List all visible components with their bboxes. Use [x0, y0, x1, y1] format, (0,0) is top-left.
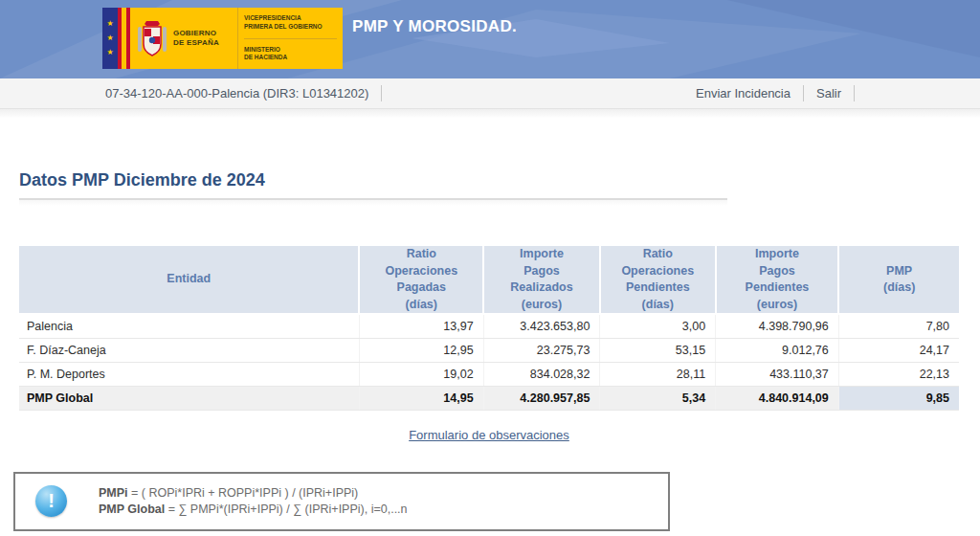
cell-ratio-pendientes: 3,00 — [600, 314, 716, 338]
cell-pmp: 24,17 — [838, 338, 959, 362]
column-header-ratio-operaciones-pagadas: Ratio Operaciones Pagadas (días) — [359, 246, 483, 314]
column-header-entidad: Entidad — [19, 246, 359, 314]
gobierno-espana-logo: ★ ★ ★ GOBIERNO DE ESPAÑA VICEPRESIDENCIA… — [102, 8, 343, 69]
table-row: Palencia 13,97 3.423.653,80 3,00 4.398.7… — [19, 314, 959, 338]
gobierno-espana-label: GOBIERNO DE ESPAÑA — [173, 29, 219, 48]
cell-pmp-total: 9,85 — [838, 386, 959, 410]
formula-term: PMPi — [99, 486, 128, 500]
toolbar-divider — [803, 85, 804, 101]
cell-pmp: 22,13 — [838, 362, 959, 386]
toolbar-divider — [854, 85, 855, 101]
salir-link[interactable]: Salir — [816, 86, 841, 100]
formula-line-pmpi: PMPi = ( ROPi*IPRi + ROPPi*IPPi ) / (IPR… — [99, 485, 408, 501]
eu-star-icon: ★ — [106, 34, 113, 42]
formulario-observaciones-link[interactable]: Formulario de observaciones — [409, 428, 569, 442]
title-divider — [19, 198, 727, 206]
formula-line-pmp-global: PMP Global = ∑ PMPi*(IPRi+IPPi) / ∑ (IPR… — [99, 502, 408, 517]
cell-ratio-pendientes-total: 5,34 — [600, 386, 716, 410]
table-row: F. Díaz-Caneja 12,95 23.275,73 53,15 9.0… — [19, 338, 959, 362]
column-header-pmp-dias: PMP (días) — [838, 246, 959, 314]
cell-ratio-pagadas: 13,97 — [359, 314, 483, 338]
cell-importe-realizados: 834.028,32 — [483, 362, 600, 386]
table-row: P. M. Deportes 19,02 834.028,32 28,11 43… — [19, 362, 959, 386]
app-header: ★ ★ ★ GOBIERNO DE ESPAÑA VICEPRESIDENCIA… — [0, 0, 980, 78]
spain-flag-stripes — [118, 8, 130, 69]
cell-ratio-pagadas: 12,95 — [359, 338, 483, 362]
cell-importe-realizados-total: 4.280.957,85 — [483, 386, 600, 410]
eu-star-icon: ★ — [106, 20, 113, 28]
cell-importe-pendientes: 4.398.790,96 — [716, 314, 839, 338]
observations-link-row: Formulario de observaciones — [19, 426, 959, 443]
formula-text: PMPi = ( ROPi*IPRi + ROPPi*IPPi ) / (IPR… — [99, 485, 408, 517]
column-header-importe-pagos-pendientes: Importe Pagos Pendientes (euros) — [716, 246, 839, 314]
logo-main-block: GOBIERNO DE ESPAÑA — [130, 8, 237, 69]
formula-term: PMP Global — [99, 502, 165, 516]
toolbar: 07-34-120-AA-000-Palencia (DIR3: L013412… — [0, 78, 980, 109]
pmp-table-container: Entidad Ratio Operaciones Pagadas (días)… — [19, 246, 959, 411]
cell-pmp: 7,80 — [838, 314, 959, 338]
table-total-row: PMP Global 14,95 4.280.957,85 5,34 4.840… — [19, 386, 959, 410]
cell-entidad: Palencia — [19, 314, 359, 338]
ministerio-hacienda-label: MINISTERIO DE HACIENDA — [244, 39, 337, 63]
cell-importe-realizados: 3.423.653,80 — [483, 314, 600, 338]
cell-importe-pendientes-total: 4.840.914,09 — [716, 386, 839, 410]
app-title: PMP Y MOROSIDAD. — [352, 17, 517, 36]
formula-info-box: ! PMPi = ( ROPi*IPRi + ROPPi*IPPi ) / (I… — [13, 472, 670, 531]
formula-definition: = ( ROPi*IPRi + ROPPi*IPPi ) / (IPRi+IPP… — [128, 486, 359, 500]
cell-importe-realizados: 23.275,73 — [483, 338, 600, 362]
cell-entidad: F. Díaz-Caneja — [19, 338, 359, 362]
info-icon: ! — [35, 485, 67, 517]
column-header-ratio-operaciones-pendientes: Ratio Operaciones Pendientes (días) — [600, 246, 716, 314]
cell-ratio-pagadas-total: 14,95 — [359, 386, 483, 410]
cell-entidad-total: PMP Global — [19, 386, 359, 410]
table-header-row: Entidad Ratio Operaciones Pagadas (días)… — [19, 246, 959, 314]
cell-ratio-pendientes: 53,15 — [600, 338, 716, 362]
toolbar-links: Enviar Incidencia Salir — [696, 85, 867, 101]
entity-code-label: 07-34-120-AA-000-Palencia (DIR3: L013412… — [105, 86, 368, 100]
column-header-importe-pagos-realizados: Importe Pagos Realizados (euros) — [483, 246, 600, 314]
cell-importe-pendientes: 9.012,76 — [716, 338, 839, 362]
page-title: Datos PMP Diciembre de 2024 — [19, 170, 980, 190]
pmp-data-table: Entidad Ratio Operaciones Pagadas (días)… — [19, 246, 959, 411]
vicepresidencia-label: VICEPRESIDENCIA PRIMERA DEL GOBIERNO — [244, 14, 337, 39]
logo-department-block: VICEPRESIDENCIA PRIMERA DEL GOBIERNO MIN… — [237, 8, 343, 69]
enviar-incidencia-link[interactable]: Enviar Incidencia — [696, 86, 791, 100]
toolbar-shadow — [0, 109, 980, 121]
formula-definition: = ∑ PMPi*(IPRi+IPPi) / ∑ (IPRi+IPPi), i=… — [165, 502, 407, 516]
spain-coat-of-arms-icon — [136, 17, 168, 59]
toolbar-divider — [381, 85, 382, 101]
eu-star-icon: ★ — [106, 49, 113, 56]
cell-ratio-pagadas: 19,02 — [359, 362, 483, 386]
cell-ratio-pendientes: 28,11 — [600, 362, 716, 386]
eu-stars-band: ★ ★ ★ — [102, 8, 118, 69]
cell-importe-pendientes: 433.110,37 — [716, 362, 839, 386]
cell-entidad: P. M. Deportes — [19, 362, 359, 386]
